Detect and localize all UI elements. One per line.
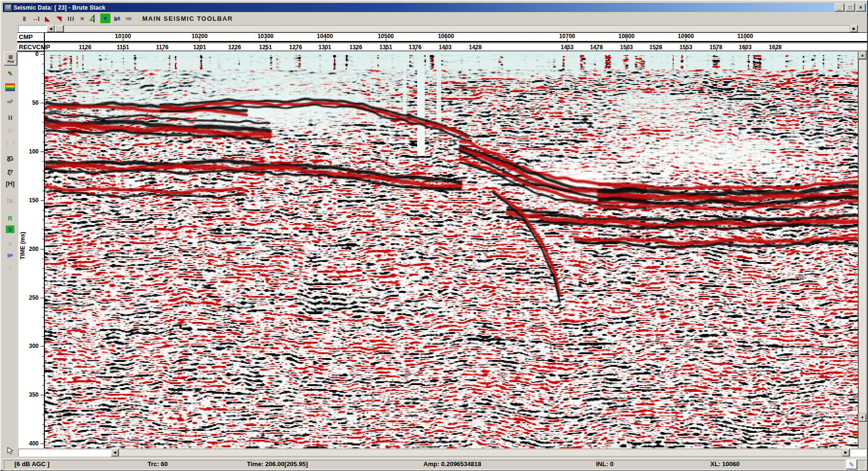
minimize-button[interactable]: _: [835, 3, 844, 12]
side-toolbar: ⊞Plot✎∞°≀≀≀≀⋮⋮ξGξ?[H]BkRSss+××: [3, 25, 17, 457]
header-tick-mark: [162, 48, 163, 51]
cmp-header-label: CMP: [19, 33, 33, 41]
wiggle-trace-icon[interactable]: ≀≀: [19, 14, 29, 23]
header-tick-mark: [123, 39, 123, 41]
header-tick-mark: [656, 48, 656, 51]
bottom-scroll-left-button[interactable]: ◀: [111, 449, 119, 457]
bottom-corner-box: [18, 449, 111, 457]
colorbar-icon[interactable]: [4, 82, 16, 93]
header-tick-mark: [200, 48, 200, 51]
wiggle-red-icon[interactable]: ≀≀: [4, 125, 16, 136]
bottom-right-box: [850, 449, 867, 457]
time-tick-label: 50: [32, 99, 39, 106]
main-toolbar: ≀≀↔≀◣◥≀≀≀≡∠▏▼≀⇄≈≈ MAIN SEISMIC TOOLBAR: [3, 12, 867, 25]
plot-button[interactable]: ⊞Plot: [4, 52, 17, 66]
top-scroll-thumb[interactable]: [55, 25, 64, 32]
header-tick-mark: [745, 39, 746, 41]
time-status: Time: 206.00[205.95]: [247, 460, 308, 468]
pick-query-icon[interactable]: ξ?: [4, 166, 16, 177]
vscroll-track[interactable]: [858, 59, 867, 414]
trace-shift-icon[interactable]: ≀⇄: [112, 14, 122, 23]
time-tick-label: 350: [29, 391, 39, 398]
r-button-icon[interactable]: R: [4, 213, 16, 223]
cmp-header-row: CMP 101001020010300104001050010600107001…: [17, 32, 867, 42]
close-button[interactable]: ×: [856, 3, 866, 12]
recvcmp-tick-labels: 1126115111761201122612511276130113261351…: [44, 44, 857, 51]
bottom-scroll-track[interactable]: [119, 449, 842, 457]
wiggle-display-icon[interactable]: ≀≀: [4, 112, 16, 123]
bottom-scroll-right-button[interactable]: ▶: [842, 449, 850, 457]
vscroll-down-button[interactable]: ▼: [858, 414, 867, 422]
time-tick-label: 100: [29, 148, 39, 155]
time-tick-label: 150: [29, 197, 39, 204]
header-tick-mark: [626, 39, 627, 41]
window-controls: _□×: [835, 3, 866, 12]
recvcmp-header-row: RECVCMP 11261151117612011226125112761301…: [17, 44, 867, 52]
gain-status: [6 dB AGC ]: [14, 460, 49, 468]
delete-disabled-icon[interactable]: ×: [4, 262, 16, 273]
header-tick-mark: [597, 48, 597, 51]
inline-status: INL: 0: [596, 460, 613, 468]
top-scroll-left-button[interactable]: ◀: [47, 25, 54, 32]
status-bar: [6 dB AGC ]Trc: 60Time: 206.00[205.95]Am…: [3, 458, 867, 471]
header-tick-mark: [716, 48, 717, 51]
header-tick-mark: [123, 48, 123, 51]
trace-pan-icon[interactable]: ↔≀: [31, 14, 41, 23]
wavelet-overlay-icon[interactable]: ≈≈: [123, 14, 134, 23]
spectrum-chart-icon[interactable]: ∠▏: [89, 14, 99, 23]
time-axis: TIME (ms) 050100150200250300350400: [18, 53, 44, 448]
header-tick-mark: [266, 48, 266, 51]
amplitude-wedge-icon[interactable]: ◣: [42, 14, 53, 23]
annotate-pencil-button[interactable]: ✎: [846, 459, 857, 470]
time-tick-label: 400: [29, 440, 39, 447]
bk-disabled-icon[interactable]: Bk: [4, 195, 16, 206]
dotted-columns-icon[interactable]: ⋮⋮: [4, 138, 16, 149]
toolbar-icons: ≀≀↔≀◣◥≀≀≀≡∠▏▼≀⇄≈≈: [19, 14, 134, 23]
toolbar-title: MAIN SEISMIC TOOLBAR: [142, 15, 233, 22]
s-button-icon[interactable]: S: [6, 225, 14, 233]
xline-status: XL: 10060: [710, 460, 740, 468]
header-tick-mark: [567, 48, 568, 51]
time-axis-label: TIME (ms): [19, 232, 26, 259]
s-plus-icon[interactable]: s+: [4, 249, 16, 260]
trace-status: Trc: 60: [148, 460, 168, 468]
header-tick-mark: [325, 48, 326, 51]
pick-gain-icon[interactable]: ξG: [4, 153, 16, 164]
time-tick-label: 300: [29, 343, 39, 349]
seismic-view-panel: ◀ ▶ CMP 10100102001030010400105001060010…: [17, 25, 867, 457]
edit-picks-icon[interactable]: ✎: [4, 68, 16, 79]
view-glasses-icon[interactable]: ∞°: [4, 96, 16, 107]
cmp-tick-labels: 1010010200103001040010500106001070010800…: [44, 33, 857, 41]
header-tick-mark: [775, 48, 776, 51]
time-tick-label: 0: [35, 51, 39, 57]
header-corner-box: [18, 25, 47, 32]
grayscale-stripes-icon[interactable]: ≡: [77, 14, 87, 23]
header-tick-mark: [235, 48, 235, 51]
pointer-cursor-icon[interactable]: [4, 445, 16, 456]
seismic-section-display[interactable]: [45, 51, 858, 448]
header-tick-mark: [686, 39, 686, 41]
header-tick-mark: [745, 48, 746, 51]
header-tick-mark: [445, 48, 446, 51]
header-tick-mark: [296, 48, 296, 51]
app-icon: [4, 4, 12, 11]
header-tick-mark: [356, 48, 356, 51]
header-tick-mark: [686, 48, 686, 51]
dense-wiggle-icon[interactable]: ≀≀≀: [66, 14, 76, 23]
color-display-icon[interactable]: ▼: [100, 14, 110, 23]
header-tick-mark: [386, 39, 386, 41]
window-title: Seismic Data: [ 23] - Brute Stack: [14, 4, 106, 11]
top-scroll-track[interactable]: [64, 25, 850, 32]
header-view-icon[interactable]: [H]: [4, 178, 16, 189]
header-tick-mark: [85, 48, 85, 51]
s-small-disabled-icon[interactable]: s: [4, 238, 16, 249]
restore-button[interactable]: □: [845, 3, 855, 12]
vscroll-up-button[interactable]: ▲: [858, 51, 867, 59]
red-flag-icon[interactable]: ◥: [54, 14, 64, 23]
window-titlebar: Seismic Data: [ 23] - Brute Stack _□×: [3, 3, 867, 12]
header-tick-mark: [626, 48, 627, 51]
header-tick-mark: [567, 39, 568, 41]
top-scroll-right-button[interactable]: ▶: [850, 25, 858, 32]
header-tick-mark: [325, 39, 326, 41]
app-window: Seismic Data: [ 23] - Brute Stack _□× ≀≀…: [0, 0, 868, 471]
